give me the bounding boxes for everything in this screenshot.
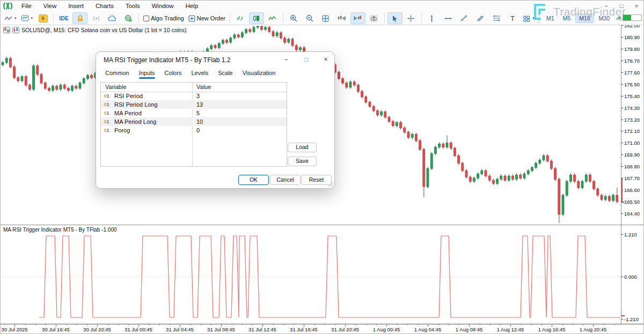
subwindow-separator[interactable]: [0, 225, 644, 225]
candle-body: [75, 86, 77, 88]
cursor-tool-button[interactable]: [387, 12, 402, 24]
table-row[interactable]: 01Porog0: [101, 126, 287, 135]
param-name: RSI Period Long: [114, 101, 158, 108]
cloud-button[interactable]: [105, 12, 120, 24]
timeframe-m5[interactable]: M5: [559, 13, 575, 23]
tick-chart-button[interactable]: [233, 12, 248, 24]
menu-item-window[interactable]: Window: [146, 3, 180, 9]
indicator-canvas[interactable]: [0, 229, 621, 324]
time-minor-tick: [191, 324, 191, 325]
trendline-tool[interactable]: [457, 12, 472, 24]
timeframe-m1[interactable]: M1: [543, 13, 558, 23]
menu-item-tools[interactable]: Tools: [120, 3, 146, 9]
tab-common[interactable]: Common: [100, 69, 134, 80]
candle-body: [67, 88, 69, 91]
candle-body: [268, 27, 270, 32]
timeframe-m30[interactable]: M30: [595, 13, 613, 23]
menu-item-insert[interactable]: Insert: [62, 3, 90, 9]
candle-body: [500, 176, 502, 179]
cancel-button[interactable]: Cancel: [270, 175, 301, 185]
tab-colors[interactable]: Colors: [160, 69, 187, 80]
param-value[interactable]: 5: [196, 110, 200, 116]
crosshair-tool-button[interactable]: [404, 12, 419, 24]
menu-item-file[interactable]: File: [16, 3, 38, 9]
dialog-maximize-button[interactable]: □: [299, 55, 314, 65]
menu-item-charts[interactable]: Charts: [90, 3, 120, 9]
load-button[interactable]: Load: [288, 143, 317, 152]
zoom-in-button[interactable]: [286, 12, 301, 24]
time-minor-tick: [294, 324, 294, 325]
candle-body: [496, 179, 499, 183]
indicator-label: MA RSI Trigger Indicator MT5 - By TFlab …: [3, 227, 117, 233]
menubar-items: FileViewInsertChartsToolsWindowHelp: [16, 3, 204, 9]
fibonacci-icon: [493, 15, 500, 21]
vline-icon: [429, 15, 434, 22]
vertical-line-tool[interactable]: [425, 12, 440, 24]
chart-type-button[interactable]: ▾: [3, 12, 18, 24]
tab-scale[interactable]: Scale: [213, 69, 238, 80]
dialog-minimize-button[interactable]: −: [279, 55, 294, 65]
tab-levels[interactable]: Levels: [186, 69, 213, 80]
candle-body: [597, 189, 599, 195]
zoom-out-button[interactable]: [302, 12, 317, 24]
minimize-button[interactable]: −: [603, 3, 610, 9]
dollar-symbols-button[interactable]: $: [35, 12, 50, 24]
param-value[interactable]: 13: [196, 101, 203, 108]
param-name: MA Period: [114, 110, 142, 116]
param-value[interactable]: 10: [196, 118, 203, 125]
table-row[interactable]: 01MA Period5: [101, 109, 287, 117]
time-minor-tick: [232, 324, 232, 325]
ok-button[interactable]: OK: [238, 175, 269, 185]
current-price-marker: [621, 179, 623, 202]
candle-body: [535, 163, 537, 167]
community-button[interactable]: [121, 12, 136, 24]
screenshot-button[interactable]: [367, 12, 382, 24]
chart-shift-button[interactable]: [350, 12, 365, 24]
tile-windows-button[interactable]: [318, 12, 333, 24]
tab-visualization[interactable]: Visualization: [238, 69, 281, 80]
horizontal-line-tool[interactable]: [441, 12, 456, 24]
maximize-button[interactable]: □: [618, 3, 625, 9]
indicator-tick-label: 1.210: [624, 232, 637, 237]
signals-button[interactable]: [89, 12, 104, 24]
depth-of-market-icon[interactable]: [3, 27, 10, 33]
save-button[interactable]: Save: [288, 157, 317, 166]
market-button[interactable]: [72, 12, 87, 24]
time-minor-tick: [149, 324, 150, 325]
channel-tool[interactable]: [473, 12, 488, 24]
objects-button[interactable]: ▾: [521, 12, 536, 24]
line-chart-mode-button[interactable]: [265, 12, 280, 24]
time-minor-tick: [77, 324, 77, 325]
menu-item-view[interactable]: View: [38, 3, 63, 9]
chart-window-icon[interactable]: [12, 27, 19, 33]
fibonacci-tool[interactable]: [489, 12, 504, 24]
time-minor-tick: [573, 324, 573, 325]
table-row[interactable]: 01RSI Period Long13: [101, 100, 287, 109]
timeframe-m15[interactable]: M15: [575, 13, 594, 23]
dialog-close-button[interactable]: ×: [318, 55, 333, 65]
table-row[interactable]: 01RSI Period3: [101, 92, 287, 100]
table-row[interactable]: 01MA Period Long10: [101, 117, 287, 126]
param-value[interactable]: 3: [196, 93, 200, 99]
time-tick-label: 30 Jul 20:45: [75, 326, 120, 332]
candle-body: [338, 72, 340, 79]
reset-button[interactable]: Reset: [301, 175, 332, 185]
candle-body: [265, 27, 267, 29]
resize-grip[interactable]: [328, 182, 333, 187]
candle-body: [577, 181, 580, 188]
new-order-button[interactable]: New Order: [187, 12, 227, 24]
candle-body: [272, 32, 274, 36]
ide-button[interactable]: IDE: [56, 12, 71, 24]
close-button[interactable]: ×: [633, 3, 640, 9]
algo-trading-button[interactable]: Algo Trading: [142, 12, 186, 24]
menu-item-help[interactable]: Help: [180, 3, 204, 9]
auto-scroll-button[interactable]: [334, 12, 349, 24]
tab-inputs[interactable]: Inputs: [134, 69, 160, 80]
text-tool-button[interactable]: T: [505, 12, 520, 24]
param-value[interactable]: 0: [196, 127, 200, 133]
param-name: RSI Period: [114, 93, 143, 99]
candle-body: [601, 195, 603, 199]
chart-profile-button[interactable]: ▾: [19, 12, 35, 24]
candlestick-mode-button[interactable]: [249, 12, 264, 24]
time-minor-tick: [159, 324, 160, 325]
